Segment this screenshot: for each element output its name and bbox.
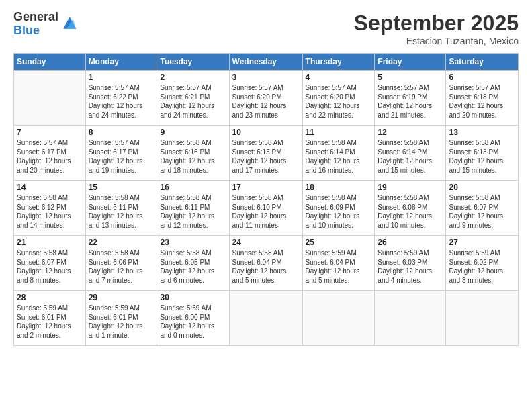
day-number: 12 [378,128,443,137]
day-info: Sunrise: 5:59 AM Sunset: 6:02 PM Dayligh… [449,248,515,285]
day-info: Sunrise: 5:59 AM Sunset: 6:03 PM Dayligh… [378,248,443,285]
day-info: Sunrise: 5:58 AM Sunset: 6:08 PM Dayligh… [378,193,443,230]
day-info: Sunrise: 5:58 AM Sunset: 6:10 PM Dayligh… [232,193,300,230]
day-number: 10 [232,128,300,137]
weekday-header: Sunday [14,54,86,71]
day-info: Sunrise: 5:57 AM Sunset: 6:17 PM Dayligh… [89,138,154,175]
calendar-cell: 25Sunrise: 5:59 AM Sunset: 6:04 PM Dayli… [302,236,375,291]
day-number: 23 [160,238,226,247]
logo-text: General Blue [13,11,58,38]
month-title: September 2025 [354,11,519,36]
day-number: 3 [232,73,300,82]
calendar-cell: 4Sunrise: 5:57 AM Sunset: 6:20 PM Daylig… [302,71,375,126]
day-number: 28 [17,293,83,302]
day-info: Sunrise: 5:57 AM Sunset: 6:17 PM Dayligh… [17,138,83,175]
calendar-cell: 2Sunrise: 5:57 AM Sunset: 6:21 PM Daylig… [157,71,229,126]
calendar-cell: 12Sunrise: 5:58 AM Sunset: 6:14 PM Dayli… [375,126,446,181]
calendar-cell: 19Sunrise: 5:58 AM Sunset: 6:08 PM Dayli… [375,181,446,236]
calendar-cell: 28Sunrise: 5:59 AM Sunset: 6:01 PM Dayli… [14,291,86,346]
day-number: 14 [17,183,83,192]
day-info: Sunrise: 5:58 AM Sunset: 6:11 PM Dayligh… [89,193,154,230]
calendar-cell: 26Sunrise: 5:59 AM Sunset: 6:03 PM Dayli… [375,236,446,291]
day-info: Sunrise: 5:57 AM Sunset: 6:20 PM Dayligh… [306,83,372,120]
weekday-header: Thursday [302,54,375,71]
page: General Blue September 2025 Estacion Tuz… [0,0,532,411]
day-number: 1 [89,73,154,82]
day-info: Sunrise: 5:58 AM Sunset: 6:14 PM Dayligh… [378,138,443,175]
calendar-cell: 7Sunrise: 5:57 AM Sunset: 6:17 PM Daylig… [14,126,86,181]
day-info: Sunrise: 5:58 AM Sunset: 6:13 PM Dayligh… [449,138,515,175]
calendar-cell: 20Sunrise: 5:58 AM Sunset: 6:07 PM Dayli… [446,181,519,236]
day-number: 17 [232,183,300,192]
weekday-header: Tuesday [157,54,229,71]
calendar-week-row: 14Sunrise: 5:58 AM Sunset: 6:12 PM Dayli… [14,181,519,236]
calendar-cell: 29Sunrise: 5:59 AM Sunset: 6:01 PM Dayli… [85,291,157,346]
calendar-cell: 9Sunrise: 5:58 AM Sunset: 6:16 PM Daylig… [157,126,229,181]
day-info: Sunrise: 5:58 AM Sunset: 6:07 PM Dayligh… [17,248,83,285]
day-number: 25 [306,238,372,247]
day-number: 8 [89,128,154,137]
calendar-cell [446,291,519,346]
day-number: 22 [89,238,154,247]
calendar-week-row: 7Sunrise: 5:57 AM Sunset: 6:17 PM Daylig… [14,126,519,181]
day-info: Sunrise: 5:57 AM Sunset: 6:20 PM Dayligh… [232,83,300,120]
day-info: Sunrise: 5:59 AM Sunset: 6:04 PM Dayligh… [306,248,372,285]
calendar-cell: 1Sunrise: 5:57 AM Sunset: 6:22 PM Daylig… [85,71,157,126]
calendar-cell: 6Sunrise: 5:57 AM Sunset: 6:18 PM Daylig… [446,71,519,126]
day-info: Sunrise: 5:58 AM Sunset: 6:16 PM Dayligh… [160,138,226,175]
day-number: 11 [306,128,372,137]
calendar-week-row: 1Sunrise: 5:57 AM Sunset: 6:22 PM Daylig… [14,71,519,126]
day-number: 16 [160,183,226,192]
day-number: 9 [160,128,226,137]
day-number: 24 [232,238,300,247]
day-number: 21 [17,238,83,247]
calendar-week-row: 28Sunrise: 5:59 AM Sunset: 6:01 PM Dayli… [14,291,519,346]
calendar-cell: 15Sunrise: 5:58 AM Sunset: 6:11 PM Dayli… [85,181,157,236]
calendar-cell: 17Sunrise: 5:58 AM Sunset: 6:10 PM Dayli… [229,181,302,236]
weekday-header: Saturday [446,54,519,71]
calendar-cell: 13Sunrise: 5:58 AM Sunset: 6:13 PM Dayli… [446,126,519,181]
day-info: Sunrise: 5:58 AM Sunset: 6:05 PM Dayligh… [160,248,226,285]
calendar-cell [229,291,302,346]
day-number: 19 [378,183,443,192]
day-info: Sunrise: 5:58 AM Sunset: 6:11 PM Dayligh… [160,193,226,230]
day-info: Sunrise: 5:58 AM Sunset: 6:06 PM Dayligh… [89,248,154,285]
header: General Blue September 2025 Estacion Tuz… [13,11,519,46]
calendar-cell: 5Sunrise: 5:57 AM Sunset: 6:19 PM Daylig… [375,71,446,126]
day-number: 18 [306,183,372,192]
weekday-header-row: SundayMondayTuesdayWednesdayThursdayFrid… [14,54,519,71]
day-info: Sunrise: 5:58 AM Sunset: 6:12 PM Dayligh… [17,193,83,230]
day-info: Sunrise: 5:59 AM Sunset: 6:01 PM Dayligh… [89,304,154,340]
subtitle: Estacion Tuzantan, Mexico [354,36,519,46]
logo-icon [61,15,77,31]
calendar-cell: 22Sunrise: 5:58 AM Sunset: 6:06 PM Dayli… [85,236,157,291]
calendar-cell: 16Sunrise: 5:58 AM Sunset: 6:11 PM Dayli… [157,181,229,236]
day-number: 15 [89,183,154,192]
day-info: Sunrise: 5:57 AM Sunset: 6:19 PM Dayligh… [378,83,443,120]
day-info: Sunrise: 5:58 AM Sunset: 6:09 PM Dayligh… [306,193,372,230]
day-number: 27 [449,238,515,247]
calendar-cell: 14Sunrise: 5:58 AM Sunset: 6:12 PM Dayli… [14,181,86,236]
calendar-cell: 30Sunrise: 5:59 AM Sunset: 6:00 PM Dayli… [157,291,229,346]
day-number: 13 [449,128,515,137]
day-number: 30 [160,293,226,302]
day-info: Sunrise: 5:57 AM Sunset: 6:22 PM Dayligh… [89,83,154,120]
calendar-cell: 24Sunrise: 5:58 AM Sunset: 6:04 PM Dayli… [229,236,302,291]
calendar-cell: 23Sunrise: 5:58 AM Sunset: 6:05 PM Dayli… [157,236,229,291]
day-info: Sunrise: 5:57 AM Sunset: 6:21 PM Dayligh… [160,83,226,120]
day-number: 26 [378,238,443,247]
day-info: Sunrise: 5:58 AM Sunset: 6:07 PM Dayligh… [449,193,515,230]
day-number: 4 [306,73,372,82]
day-info: Sunrise: 5:58 AM Sunset: 6:04 PM Dayligh… [232,248,300,285]
day-number: 6 [449,73,515,82]
weekday-header: Friday [375,54,446,71]
calendar-cell [302,291,375,346]
calendar-week-row: 21Sunrise: 5:58 AM Sunset: 6:07 PM Dayli… [14,236,519,291]
calendar-cell [375,291,446,346]
calendar-cell [14,71,86,126]
calendar-cell: 18Sunrise: 5:58 AM Sunset: 6:09 PM Dayli… [302,181,375,236]
logo: General Blue [13,11,77,38]
weekday-header: Monday [85,54,157,71]
calendar-table: SundayMondayTuesdayWednesdayThursdayFrid… [13,53,519,346]
logo-blue: Blue [13,24,58,38]
